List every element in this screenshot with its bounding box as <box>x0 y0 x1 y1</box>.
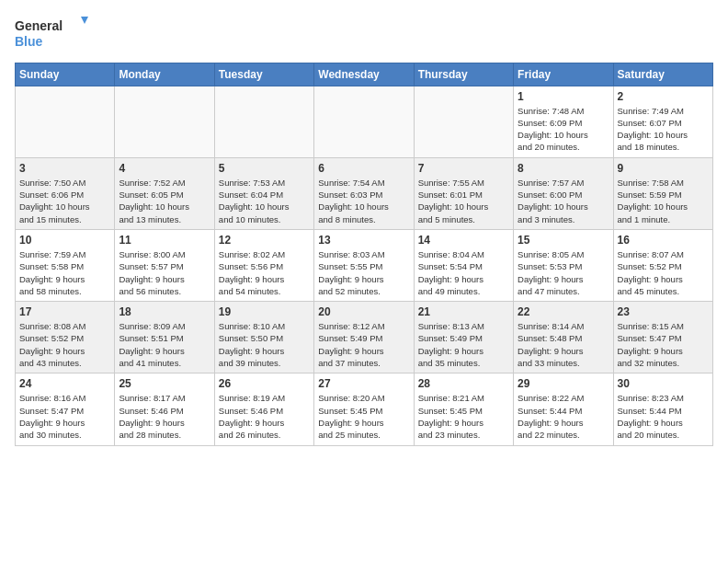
day-number: 30 <box>618 377 709 390</box>
day-number: 25 <box>119 377 210 390</box>
calendar-day-cell: 29Sunrise: 8:22 AM Sunset: 5:44 PM Dayli… <box>514 373 613 445</box>
calendar-day-cell: 3Sunrise: 7:50 AM Sunset: 6:06 PM Daylig… <box>16 157 115 229</box>
weekday-header-saturday: Saturday <box>613 63 712 86</box>
day-number: 2 <box>618 90 709 103</box>
calendar-day-cell: 23Sunrise: 8:15 AM Sunset: 5:47 PM Dayli… <box>613 302 712 373</box>
day-number: 3 <box>19 162 110 175</box>
day-number: 18 <box>119 305 210 318</box>
calendar-day-cell: 26Sunrise: 8:19 AM Sunset: 5:46 PM Dayli… <box>214 373 313 445</box>
day-number: 24 <box>19 377 110 390</box>
calendar-day-cell: 9Sunrise: 7:58 AM Sunset: 5:59 PM Daylig… <box>613 157 712 229</box>
day-number: 11 <box>119 234 210 247</box>
calendar-week-row: 17Sunrise: 8:08 AM Sunset: 5:52 PM Dayli… <box>16 302 713 373</box>
calendar-day-cell <box>214 86 313 157</box>
calendar-day-cell: 20Sunrise: 8:12 AM Sunset: 5:49 PM Dayli… <box>314 302 414 373</box>
day-info: Sunrise: 8:00 AM Sunset: 5:57 PM Dayligh… <box>119 248 210 297</box>
day-number: 13 <box>318 234 409 247</box>
calendar-week-row: 1Sunrise: 7:48 AM Sunset: 6:09 PM Daylig… <box>16 86 713 157</box>
day-number: 5 <box>219 162 310 175</box>
day-info: Sunrise: 7:54 AM Sunset: 6:03 PM Dayligh… <box>318 177 409 225</box>
day-info: Sunrise: 8:07 AM Sunset: 5:52 PM Dayligh… <box>618 248 709 297</box>
logo-text-block: General Blue <box>15 15 88 55</box>
svg-marker-2 <box>81 17 88 24</box>
day-info: Sunrise: 8:09 AM Sunset: 5:51 PM Dayligh… <box>119 320 210 369</box>
calendar-week-row: 3Sunrise: 7:50 AM Sunset: 6:06 PM Daylig… <box>16 157 713 229</box>
weekday-header-sunday: Sunday <box>16 63 115 86</box>
calendar-header-row: SundayMondayTuesdayWednesdayThursdayFrid… <box>16 63 713 86</box>
calendar-day-cell: 17Sunrise: 8:08 AM Sunset: 5:52 PM Dayli… <box>16 302 115 373</box>
day-number: 17 <box>19 305 110 318</box>
calendar-day-cell: 16Sunrise: 8:07 AM Sunset: 5:52 PM Dayli… <box>613 229 712 301</box>
day-info: Sunrise: 8:08 AM Sunset: 5:52 PM Dayligh… <box>19 320 110 369</box>
calendar-day-cell: 22Sunrise: 8:14 AM Sunset: 5:48 PM Dayli… <box>514 302 613 373</box>
calendar-day-cell: 5Sunrise: 7:53 AM Sunset: 6:04 PM Daylig… <box>214 157 313 229</box>
calendar-day-cell: 14Sunrise: 8:04 AM Sunset: 5:54 PM Dayli… <box>414 229 513 301</box>
svg-text:General: General <box>15 18 63 33</box>
calendar-day-cell: 30Sunrise: 8:23 AM Sunset: 5:44 PM Dayli… <box>613 373 712 445</box>
calendar-week-row: 24Sunrise: 8:16 AM Sunset: 5:47 PM Dayli… <box>16 373 713 445</box>
day-info: Sunrise: 8:22 AM Sunset: 5:44 PM Dayligh… <box>518 392 609 441</box>
weekday-header-friday: Friday <box>514 63 613 86</box>
day-number: 29 <box>518 377 609 390</box>
day-info: Sunrise: 8:02 AM Sunset: 5:56 PM Dayligh… <box>219 248 310 297</box>
calendar-day-cell <box>16 86 115 157</box>
day-info: Sunrise: 8:12 AM Sunset: 5:49 PM Dayligh… <box>318 320 409 369</box>
page-header: General Blue <box>15 15 713 55</box>
day-info: Sunrise: 8:21 AM Sunset: 5:45 PM Dayligh… <box>418 392 509 441</box>
calendar-day-cell: 28Sunrise: 8:21 AM Sunset: 5:45 PM Dayli… <box>414 373 513 445</box>
calendar-day-cell: 13Sunrise: 8:03 AM Sunset: 5:55 PM Dayli… <box>314 229 414 301</box>
calendar-day-cell: 25Sunrise: 8:17 AM Sunset: 5:46 PM Dayli… <box>115 373 214 445</box>
day-info: Sunrise: 7:58 AM Sunset: 5:59 PM Dayligh… <box>618 177 709 225</box>
day-info: Sunrise: 8:03 AM Sunset: 5:55 PM Dayligh… <box>318 248 409 297</box>
day-info: Sunrise: 7:49 AM Sunset: 6:07 PM Dayligh… <box>618 105 709 154</box>
day-info: Sunrise: 8:15 AM Sunset: 5:47 PM Dayligh… <box>618 320 709 369</box>
weekday-header-monday: Monday <box>115 63 214 86</box>
day-info: Sunrise: 7:48 AM Sunset: 6:09 PM Dayligh… <box>518 105 609 154</box>
calendar-day-cell: 6Sunrise: 7:54 AM Sunset: 6:03 PM Daylig… <box>314 157 414 229</box>
day-info: Sunrise: 7:52 AM Sunset: 6:05 PM Dayligh… <box>119 177 210 225</box>
day-info: Sunrise: 7:50 AM Sunset: 6:06 PM Dayligh… <box>19 177 110 225</box>
day-info: Sunrise: 7:59 AM Sunset: 5:58 PM Dayligh… <box>19 248 110 297</box>
calendar-day-cell: 15Sunrise: 8:05 AM Sunset: 5:53 PM Dayli… <box>514 229 613 301</box>
day-number: 10 <box>19 234 110 247</box>
day-number: 28 <box>418 377 509 390</box>
day-info: Sunrise: 8:13 AM Sunset: 5:49 PM Dayligh… <box>418 320 509 369</box>
calendar-day-cell: 11Sunrise: 8:00 AM Sunset: 5:57 PM Dayli… <box>115 229 214 301</box>
calendar-day-cell: 4Sunrise: 7:52 AM Sunset: 6:05 PM Daylig… <box>115 157 214 229</box>
day-info: Sunrise: 8:10 AM Sunset: 5:50 PM Dayligh… <box>219 320 310 369</box>
calendar-day-cell: 1Sunrise: 7:48 AM Sunset: 6:09 PM Daylig… <box>514 86 613 157</box>
calendar-week-row: 10Sunrise: 7:59 AM Sunset: 5:58 PM Dayli… <box>16 229 713 301</box>
day-number: 14 <box>418 234 509 247</box>
day-number: 8 <box>518 162 609 175</box>
calendar-day-cell: 10Sunrise: 7:59 AM Sunset: 5:58 PM Dayli… <box>16 229 115 301</box>
day-number: 9 <box>618 162 709 175</box>
day-info: Sunrise: 7:55 AM Sunset: 6:01 PM Dayligh… <box>418 177 509 225</box>
day-number: 19 <box>219 305 310 318</box>
day-info: Sunrise: 8:23 AM Sunset: 5:44 PM Dayligh… <box>618 392 709 441</box>
day-info: Sunrise: 8:17 AM Sunset: 5:46 PM Dayligh… <box>119 392 210 441</box>
calendar-table: SundayMondayTuesdayWednesdayThursdayFrid… <box>15 63 713 446</box>
calendar-day-cell: 27Sunrise: 8:20 AM Sunset: 5:45 PM Dayli… <box>314 373 414 445</box>
day-number: 21 <box>418 305 509 318</box>
day-info: Sunrise: 7:53 AM Sunset: 6:04 PM Dayligh… <box>219 177 310 225</box>
day-number: 16 <box>618 234 709 247</box>
day-number: 23 <box>618 305 709 318</box>
day-number: 7 <box>418 162 509 175</box>
logo-svg: General Blue <box>15 15 88 52</box>
calendar-day-cell: 12Sunrise: 8:02 AM Sunset: 5:56 PM Dayli… <box>214 229 313 301</box>
calendar-day-cell <box>414 86 513 157</box>
day-number: 27 <box>318 377 409 390</box>
weekday-header-wednesday: Wednesday <box>314 63 414 86</box>
calendar-day-cell: 8Sunrise: 7:57 AM Sunset: 6:00 PM Daylig… <box>514 157 613 229</box>
calendar-day-cell: 18Sunrise: 8:09 AM Sunset: 5:51 PM Dayli… <box>115 302 214 373</box>
day-number: 6 <box>318 162 409 175</box>
calendar-day-cell: 7Sunrise: 7:55 AM Sunset: 6:01 PM Daylig… <box>414 157 513 229</box>
weekday-header-thursday: Thursday <box>414 63 513 86</box>
day-info: Sunrise: 8:20 AM Sunset: 5:45 PM Dayligh… <box>318 392 409 441</box>
day-info: Sunrise: 8:05 AM Sunset: 5:53 PM Dayligh… <box>518 248 609 297</box>
day-number: 22 <box>518 305 609 318</box>
calendar-day-cell: 2Sunrise: 7:49 AM Sunset: 6:07 PM Daylig… <box>613 86 712 157</box>
day-info: Sunrise: 8:04 AM Sunset: 5:54 PM Dayligh… <box>418 248 509 297</box>
day-number: 15 <box>518 234 609 247</box>
calendar-day-cell: 24Sunrise: 8:16 AM Sunset: 5:47 PM Dayli… <box>16 373 115 445</box>
